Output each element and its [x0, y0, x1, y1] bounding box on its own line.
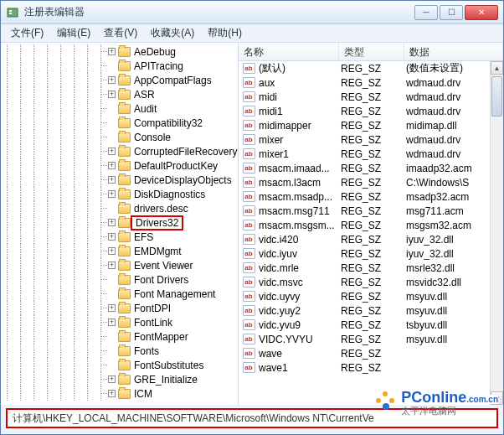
list-row[interactable]: abvidc.yuy2REG_SZmsyuv.dll — [239, 303, 503, 318]
cell-type: REG_SZ — [341, 334, 406, 345]
expand-icon[interactable]: + — [108, 247, 116, 255]
close-button[interactable]: ✕ — [465, 5, 498, 20]
tree-item[interactable]: +EMDMgmt — [1, 244, 238, 258]
menu-help[interactable]: 帮助(H) — [201, 24, 249, 42]
expand-icon[interactable]: + — [108, 390, 116, 397]
tree-item[interactable]: +DeviceDisplayObjects — [1, 173, 238, 187]
expand-icon[interactable]: + — [108, 318, 116, 326]
tree-item[interactable]: drivers.desc — [1, 201, 238, 215]
tree-item[interactable]: Audit — [1, 101, 238, 116]
scrollbar-vertical[interactable]: ▲ ▼ — [490, 61, 503, 405]
list-row[interactable]: abmsacm.msadp...REG_SZmsadp32.acm — [239, 189, 503, 204]
list-row[interactable]: abwave1REG_SZ — [239, 360, 503, 375]
list-row[interactable]: abmsacm.l3acmREG_SZC:\Windows\S — [239, 175, 503, 189]
scroll-thumb[interactable] — [491, 76, 502, 117]
list-row[interactable]: abauxREG_SZwdmaud.drv — [239, 75, 503, 90]
menubar: 文件(F) 编辑(E) 查看(V) 收藏夹(A) 帮助(H) — [1, 24, 503, 43]
list-row[interactable]: abvidc.msvcREG_SZmsvidc32.dll — [239, 275, 503, 289]
menu-edit[interactable]: 编辑(E) — [50, 24, 97, 42]
list-row[interactable]: abmsacm.msg711REG_SZmsg711.acm — [239, 204, 503, 218]
folder-icon — [118, 61, 131, 71]
expand-icon[interactable]: + — [108, 219, 116, 226]
string-value-icon: ab — [242, 305, 255, 317]
col-header-type[interactable]: 类型 — [339, 43, 404, 60]
regedit-window: 注册表编辑器 ─ ☐ ✕ 文件(F) 编辑(E) 查看(V) 收藏夹(A) 帮助… — [0, 0, 504, 435]
tree-item[interactable]: +Event Viewer — [1, 258, 238, 272]
registry-tree[interactable]: +AeDebugAPITracing+AppCompatFlags+ASRAud… — [1, 43, 238, 405]
folder-icon — [118, 389, 131, 399]
scroll-down-button[interactable]: ▼ — [491, 391, 503, 405]
menu-favorites[interactable]: 收藏夹(A) — [144, 24, 201, 42]
list-row[interactable]: abmidi1REG_SZwdmaud.drv — [239, 104, 503, 118]
folder-icon — [118, 161, 131, 171]
expand-icon[interactable]: + — [108, 176, 116, 184]
menu-file[interactable]: 文件(F) — [4, 24, 50, 42]
folder-icon — [118, 332, 131, 342]
tree-item[interactable]: +EFS — [1, 230, 238, 244]
list-row[interactable]: abvidc.i420REG_SZiyuv_32.dll — [239, 232, 503, 246]
tree-item[interactable]: +Drivers32 — [1, 215, 238, 230]
tree-item[interactable]: +AeDebug — [1, 44, 238, 59]
tree-item[interactable]: FontSubstitutes — [1, 358, 238, 372]
tree-label: APITracing — [134, 60, 183, 72]
tree-item[interactable]: +FontLink — [1, 315, 238, 329]
maximize-button[interactable]: ☐ — [440, 5, 463, 20]
tree-item[interactable]: Console — [1, 130, 238, 144]
list-row[interactable]: abmsacm.msgsm...REG_SZmsgsm32.acm — [239, 218, 503, 232]
expand-icon[interactable]: + — [108, 162, 116, 169]
col-header-name[interactable]: 名称 — [239, 43, 339, 60]
tree-item[interactable]: +ICM — [1, 386, 238, 401]
string-value-icon: ab — [242, 148, 255, 160]
folder-icon — [118, 75, 131, 85]
tree-item[interactable]: +AppCompatFlags — [1, 73, 238, 87]
list-row[interactable]: abvidc.yvu9REG_SZtsbyuv.dll — [239, 318, 503, 332]
string-value-icon: ab — [242, 120, 255, 132]
titlebar[interactable]: 注册表编辑器 ─ ☐ ✕ — [1, 1, 503, 24]
list-row[interactable]: abvidc.uyvyREG_SZmsyuv.dll — [239, 289, 503, 303]
list-row[interactable]: abmidimapperREG_SZmidimap.dll — [239, 118, 503, 132]
list-row[interactable]: abwaveREG_SZ — [239, 346, 503, 360]
tree-item[interactable]: +CorruptedFileRecovery — [1, 144, 238, 158]
list-row[interactable]: abmixerREG_SZwdmaud.drv — [239, 132, 503, 147]
tree-item[interactable]: +ASR — [1, 87, 238, 101]
list-row[interactable]: abmixer1REG_SZwdmaud.drv — [239, 147, 503, 161]
folder-icon — [118, 261, 131, 271]
expand-icon[interactable]: + — [108, 375, 116, 383]
expand-icon[interactable]: + — [108, 262, 116, 269]
tree-item[interactable]: Font Drivers — [1, 272, 238, 287]
expand-icon[interactable]: + — [108, 190, 116, 198]
list-row[interactable]: abmidiREG_SZwdmaud.drv — [239, 90, 503, 104]
list-row[interactable]: abmsacm.imaad...REG_SZimaadp32.acm — [239, 161, 503, 175]
cell-data: msvidc32.dll — [406, 277, 503, 288]
list-header: 名称 类型 数据 — [239, 43, 503, 61]
tree-item[interactable]: +DiskDiagnostics — [1, 187, 238, 201]
minimize-button[interactable]: ─ — [414, 5, 438, 20]
expand-icon[interactable]: + — [108, 91, 116, 98]
folder-icon — [118, 303, 131, 313]
expand-icon[interactable]: + — [108, 233, 116, 241]
expand-icon[interactable]: + — [108, 76, 116, 84]
tree-item[interactable]: +DefaultProductKey — [1, 158, 238, 173]
expand-icon[interactable]: + — [108, 48, 116, 55]
cell-name: mixer — [259, 134, 341, 146]
col-header-data[interactable]: 数据 — [404, 43, 503, 60]
values-list[interactable]: ab(默认)REG_SZ(数值未设置)abauxREG_SZwdmaud.drv… — [239, 61, 503, 375]
expand-icon[interactable]: + — [108, 148, 116, 155]
tree-item[interactable]: FontMapper — [1, 329, 238, 344]
cell-name: midimapper — [259, 120, 341, 132]
cell-name: wave1 — [259, 362, 341, 374]
tree-item[interactable]: Font Management — [1, 287, 238, 301]
menu-view[interactable]: 查看(V) — [97, 24, 144, 42]
list-row[interactable]: abvidc.iyuvREG_SZiyuv_32.dll — [239, 246, 503, 261]
scroll-up-button[interactable]: ▲ — [491, 61, 503, 75]
tree-item[interactable]: Compatibility32 — [1, 116, 238, 130]
cell-type: REG_SZ — [341, 220, 406, 231]
tree-item[interactable]: +GRE_Initialize — [1, 372, 238, 386]
list-row[interactable]: abvidc.mrleREG_SZmsrle32.dll — [239, 261, 503, 275]
list-row[interactable]: ab(默认)REG_SZ(数值未设置) — [239, 61, 503, 75]
list-row[interactable]: abVIDC.YVYUREG_SZmsyuv.dll — [239, 332, 503, 346]
expand-icon[interactable]: + — [108, 304, 116, 312]
tree-item[interactable]: +FontDPI — [1, 301, 238, 315]
tree-item[interactable]: Fonts — [1, 344, 238, 358]
tree-item[interactable]: APITracing — [1, 59, 238, 73]
